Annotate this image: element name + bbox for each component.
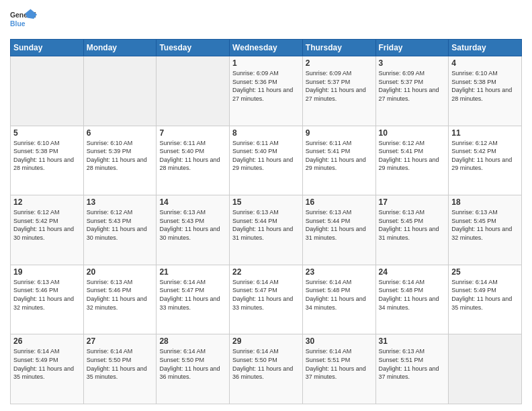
calendar-day-cell: 30Sunrise: 6:14 AM Sunset: 5:51 PM Dayli… [302, 334, 375, 404]
calendar-day-cell: 21Sunrise: 6:14 AM Sunset: 5:47 PM Dayli… [157, 265, 230, 334]
calendar-day-header: Thursday [302, 40, 375, 56]
day-number: 20 [87, 267, 154, 277]
day-info: Sunrise: 6:10 AM Sunset: 5:38 PM Dayligh… [13, 139, 81, 173]
day-info: Sunrise: 6:14 AM Sunset: 5:51 PM Dayligh… [306, 347, 373, 381]
day-info: Sunrise: 6:11 AM Sunset: 5:41 PM Dayligh… [306, 139, 373, 173]
day-number: 4 [451, 58, 519, 68]
day-number: 11 [451, 128, 519, 138]
day-info: Sunrise: 6:14 AM Sunset: 5:47 PM Dayligh… [159, 278, 226, 312]
day-number: 24 [379, 267, 446, 277]
calendar-day-cell: 5Sunrise: 6:10 AM Sunset: 5:38 PM Daylig… [11, 126, 84, 195]
day-info: Sunrise: 6:09 AM Sunset: 5:36 PM Dayligh… [232, 69, 300, 103]
day-info: Sunrise: 6:11 AM Sunset: 5:40 PM Dayligh… [159, 139, 226, 173]
day-info: Sunrise: 6:12 AM Sunset: 5:41 PM Dayligh… [379, 139, 446, 173]
day-info: Sunrise: 6:10 AM Sunset: 5:38 PM Dayligh… [451, 69, 519, 103]
calendar-week-row: 1Sunrise: 6:09 AM Sunset: 5:36 PM Daylig… [11, 56, 522, 126]
calendar-day-header: Friday [375, 40, 449, 56]
day-number: 16 [306, 197, 373, 207]
page: General Blue SundayMondayTuesdayWednesda… [0, 0, 532, 411]
day-number: 23 [306, 267, 373, 277]
day-info: Sunrise: 6:12 AM Sunset: 5:43 PM Dayligh… [87, 208, 154, 242]
calendar-day-header: Monday [83, 40, 157, 56]
day-number: 28 [159, 336, 226, 346]
day-number: 14 [159, 197, 226, 207]
day-number: 31 [379, 336, 446, 346]
calendar-day-cell: 4Sunrise: 6:10 AM Sunset: 5:38 PM Daylig… [449, 56, 522, 126]
calendar-day-cell: 20Sunrise: 6:13 AM Sunset: 5:46 PM Dayli… [83, 265, 157, 334]
day-info: Sunrise: 6:14 AM Sunset: 5:50 PM Dayligh… [159, 347, 226, 381]
day-number: 6 [87, 128, 154, 138]
day-number: 7 [159, 128, 226, 138]
day-info: Sunrise: 6:14 AM Sunset: 5:50 PM Dayligh… [87, 347, 154, 381]
calendar-week-row: 19Sunrise: 6:13 AM Sunset: 5:46 PM Dayli… [11, 265, 522, 334]
calendar-day-cell: 25Sunrise: 6:14 AM Sunset: 5:49 PM Dayli… [449, 265, 522, 334]
day-number: 30 [306, 336, 373, 346]
calendar-day-cell: 18Sunrise: 6:13 AM Sunset: 5:45 PM Dayli… [449, 195, 522, 265]
calendar-day-cell: 1Sunrise: 6:09 AM Sunset: 5:36 PM Daylig… [230, 56, 303, 126]
day-info: Sunrise: 6:13 AM Sunset: 5:44 PM Dayligh… [306, 208, 373, 242]
day-info: Sunrise: 6:13 AM Sunset: 5:46 PM Dayligh… [13, 278, 81, 312]
calendar-day-cell: 9Sunrise: 6:11 AM Sunset: 5:41 PM Daylig… [302, 126, 375, 195]
calendar-day-cell: 8Sunrise: 6:11 AM Sunset: 5:40 PM Daylig… [230, 126, 303, 195]
calendar-day-cell: 28Sunrise: 6:14 AM Sunset: 5:50 PM Dayli… [157, 334, 230, 404]
day-info: Sunrise: 6:10 AM Sunset: 5:39 PM Dayligh… [87, 139, 154, 173]
calendar-day-cell: 2Sunrise: 6:09 AM Sunset: 5:37 PM Daylig… [302, 56, 375, 126]
day-info: Sunrise: 6:11 AM Sunset: 5:40 PM Dayligh… [232, 139, 300, 173]
calendar-week-row: 12Sunrise: 6:12 AM Sunset: 5:42 PM Dayli… [11, 195, 522, 265]
day-number: 13 [87, 197, 154, 207]
day-number: 3 [379, 58, 446, 68]
day-info: Sunrise: 6:13 AM Sunset: 5:44 PM Dayligh… [232, 208, 300, 242]
calendar-day-cell: 13Sunrise: 6:12 AM Sunset: 5:43 PM Dayli… [83, 195, 157, 265]
day-info: Sunrise: 6:13 AM Sunset: 5:46 PM Dayligh… [87, 278, 154, 312]
calendar-day-cell: 11Sunrise: 6:12 AM Sunset: 5:42 PM Dayli… [449, 126, 522, 195]
day-number: 19 [13, 267, 81, 277]
day-number: 2 [306, 58, 373, 68]
logo: General Blue [10, 7, 37, 34]
calendar-day-cell: 24Sunrise: 6:14 AM Sunset: 5:48 PM Dayli… [375, 265, 449, 334]
calendar-day-cell: 26Sunrise: 6:14 AM Sunset: 5:49 PM Dayli… [11, 334, 84, 404]
calendar-table: SundayMondayTuesdayWednesdayThursdayFrid… [10, 39, 522, 404]
day-number: 1 [232, 58, 300, 68]
day-info: Sunrise: 6:09 AM Sunset: 5:37 PM Dayligh… [379, 69, 446, 103]
calendar-week-row: 26Sunrise: 6:14 AM Sunset: 5:49 PM Dayli… [11, 334, 522, 404]
day-number: 10 [379, 128, 446, 138]
calendar-header-row: SundayMondayTuesdayWednesdayThursdayFrid… [11, 40, 522, 56]
calendar-day-cell [83, 56, 157, 126]
day-number: 25 [451, 267, 519, 277]
day-number: 9 [306, 128, 373, 138]
calendar-day-cell: 10Sunrise: 6:12 AM Sunset: 5:41 PM Dayli… [375, 126, 449, 195]
day-number: 27 [87, 336, 154, 346]
header: General Blue [10, 7, 522, 34]
calendar-day-header: Wednesday [230, 40, 303, 56]
day-number: 12 [13, 197, 81, 207]
day-number: 29 [232, 336, 300, 346]
calendar-day-cell: 17Sunrise: 6:13 AM Sunset: 5:45 PM Dayli… [375, 195, 449, 265]
day-info: Sunrise: 6:14 AM Sunset: 5:48 PM Dayligh… [306, 278, 373, 312]
calendar-day-cell: 16Sunrise: 6:13 AM Sunset: 5:44 PM Dayli… [302, 195, 375, 265]
calendar-week-row: 5Sunrise: 6:10 AM Sunset: 5:38 PM Daylig… [11, 126, 522, 195]
calendar-day-header: Tuesday [157, 40, 230, 56]
calendar-day-cell: 31Sunrise: 6:13 AM Sunset: 5:51 PM Dayli… [375, 334, 449, 404]
calendar-day-cell: 23Sunrise: 6:14 AM Sunset: 5:48 PM Dayli… [302, 265, 375, 334]
day-info: Sunrise: 6:14 AM Sunset: 5:47 PM Dayligh… [232, 278, 300, 312]
day-info: Sunrise: 6:14 AM Sunset: 5:49 PM Dayligh… [13, 347, 81, 381]
calendar-day-cell: 3Sunrise: 6:09 AM Sunset: 5:37 PM Daylig… [375, 56, 449, 126]
day-info: Sunrise: 6:09 AM Sunset: 5:37 PM Dayligh… [306, 69, 373, 103]
day-info: Sunrise: 6:14 AM Sunset: 5:49 PM Dayligh… [451, 278, 519, 312]
calendar-day-cell [157, 56, 230, 126]
day-number: 21 [159, 267, 226, 277]
calendar-day-cell: 6Sunrise: 6:10 AM Sunset: 5:39 PM Daylig… [83, 126, 157, 195]
calendar-day-header: Saturday [449, 40, 522, 56]
calendar-day-cell: 19Sunrise: 6:13 AM Sunset: 5:46 PM Dayli… [11, 265, 84, 334]
calendar-day-cell: 29Sunrise: 6:14 AM Sunset: 5:50 PM Dayli… [230, 334, 303, 404]
calendar-day-cell: 22Sunrise: 6:14 AM Sunset: 5:47 PM Dayli… [230, 265, 303, 334]
day-info: Sunrise: 6:14 AM Sunset: 5:48 PM Dayligh… [379, 278, 446, 312]
svg-text:Blue: Blue [10, 20, 26, 28]
calendar-day-cell: 12Sunrise: 6:12 AM Sunset: 5:42 PM Dayli… [11, 195, 84, 265]
day-number: 5 [13, 128, 81, 138]
calendar-day-cell: 14Sunrise: 6:13 AM Sunset: 5:43 PM Dayli… [157, 195, 230, 265]
day-info: Sunrise: 6:13 AM Sunset: 5:45 PM Dayligh… [451, 208, 519, 242]
day-info: Sunrise: 6:12 AM Sunset: 5:42 PM Dayligh… [13, 208, 81, 242]
calendar-day-cell: 27Sunrise: 6:14 AM Sunset: 5:50 PM Dayli… [83, 334, 157, 404]
day-number: 8 [232, 128, 300, 138]
